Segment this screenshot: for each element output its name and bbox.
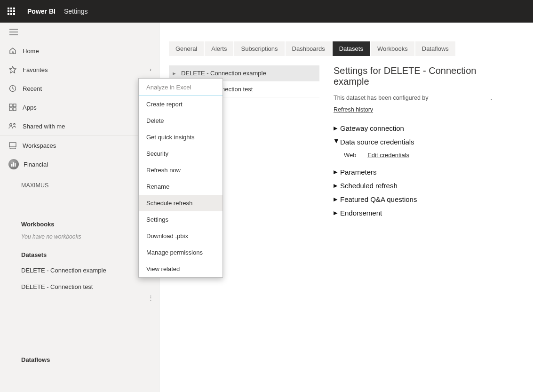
app-launcher-icon[interactable] xyxy=(6,6,17,17)
nav-list: Home Favorites › Recent Apps Shared with… xyxy=(0,41,159,136)
edit-credentials-link[interactable]: Edit credentials xyxy=(367,152,409,159)
ctx-quick-insights[interactable]: Get quick insights xyxy=(139,129,223,145)
section-dataflows: Dataflows xyxy=(21,295,159,367)
ctx-view-related[interactable]: View related xyxy=(139,261,223,277)
sidebar-item-label: Shared with me xyxy=(23,123,65,130)
tab-datasets[interactable]: Datasets xyxy=(333,41,370,56)
acc-label: Scheduled refresh xyxy=(340,182,398,190)
tab-alerts[interactable]: Alerts xyxy=(205,41,233,56)
dataset-more-column: ⋮ xyxy=(146,291,155,304)
acc-scheduled[interactable]: ▶Scheduled refresh xyxy=(334,179,514,192)
svg-rect-2 xyxy=(13,104,16,107)
sidebar-item-home[interactable]: Home xyxy=(0,41,159,60)
sidebar-dataset-item[interactable]: DELETE - Connection test xyxy=(21,279,159,295)
sidebar: Home Favorites › Recent Apps Shared with… xyxy=(0,23,159,392)
acc-credentials[interactable]: ▶Data source credentials xyxy=(334,135,514,149)
tab-general[interactable]: General xyxy=(169,41,204,56)
credentials-row: Web Edit credentials xyxy=(334,149,514,165)
star-icon xyxy=(8,65,17,74)
app-header: Power BI Settings xyxy=(0,0,533,23)
ctx-delete[interactable]: Delete xyxy=(139,112,223,129)
caret-right-icon: ▶ xyxy=(334,169,339,175)
ctx-download-pbix[interactable]: Download .pbix xyxy=(139,228,223,244)
acc-label: Parameters xyxy=(340,168,377,176)
sidebar-item-workspaces[interactable]: Workspaces xyxy=(0,136,159,155)
caret-right-icon: ▶ xyxy=(334,196,339,202)
workspace-nav: Workspaces Financial xyxy=(0,136,159,174)
chevron-right-icon: › xyxy=(150,66,151,73)
acc-label: Endorsement xyxy=(340,209,382,217)
caret-right-icon: ▶ xyxy=(334,210,339,216)
svg-rect-9 xyxy=(13,162,15,167)
ctx-rename[interactable]: Rename xyxy=(139,178,223,195)
workspace-avatar-icon xyxy=(8,159,19,169)
caret-down-icon: ▶ xyxy=(334,139,340,145)
svg-rect-7 xyxy=(9,143,16,147)
breadcrumb[interactable]: Settings xyxy=(64,8,88,15)
ctx-create-report[interactable]: Create report xyxy=(139,96,223,112)
acc-label: Data source credentials xyxy=(340,138,414,146)
settings-tabs: General Alerts Subscriptions Dashboards … xyxy=(169,41,533,56)
sidebar-item-label: Apps xyxy=(23,104,37,111)
ctx-analyze-excel[interactable]: Analyze in Excel xyxy=(139,79,223,96)
sidebar-item-shared[interactable]: Shared with me xyxy=(0,117,159,136)
ctx-settings[interactable]: Settings xyxy=(139,211,223,228)
sidebar-item-label: Home xyxy=(23,48,39,55)
ctx-manage-permissions[interactable]: Manage permissions xyxy=(139,244,223,261)
tab-dashboards[interactable]: Dashboards xyxy=(286,41,332,56)
refresh-history-link[interactable]: Refresh history xyxy=(334,106,373,113)
sidebar-item-label: Financial xyxy=(24,161,48,168)
shared-icon xyxy=(8,122,17,130)
caret-right-icon: ▶ xyxy=(334,183,339,189)
svg-rect-4 xyxy=(13,108,16,111)
more-button[interactable]: ⋮ xyxy=(146,291,155,304)
panel-subtitle: This dataset has been configured by . xyxy=(334,95,514,101)
sidebar-item-financial[interactable]: Financial xyxy=(0,155,159,174)
brand-label: Power BI xyxy=(27,8,56,15)
ctx-schedule-refresh[interactable]: Schedule refresh xyxy=(139,195,223,211)
caret-icon: ▸ xyxy=(173,70,179,77)
ctx-security[interactable]: Security xyxy=(139,145,223,162)
panel-title: Settings for DELETE - Connection example xyxy=(334,65,514,87)
sidebar-item-apps[interactable]: Apps xyxy=(0,98,159,117)
ctx-refresh-now[interactable]: Refresh now xyxy=(139,162,223,178)
clock-icon xyxy=(8,84,17,93)
nav-toggle[interactable] xyxy=(0,23,159,41)
workspaces-icon xyxy=(8,141,17,150)
apps-icon xyxy=(8,103,17,112)
dataset-context-menu: Analyze in Excel Create report Delete Ge… xyxy=(138,78,223,278)
tab-dataflows[interactable]: Dataflows xyxy=(415,41,455,56)
acc-endorsement[interactable]: ▶Endorsement xyxy=(334,206,514,220)
caret-right-icon: ▶ xyxy=(334,125,339,131)
acc-gateway[interactable]: ▶Gateway connection xyxy=(334,121,514,135)
sidebar-item-label: Favorites xyxy=(23,66,48,73)
acc-label: Featured Q&A questions xyxy=(340,195,417,203)
home-icon xyxy=(8,47,17,55)
svg-point-5 xyxy=(10,124,12,126)
credential-type: Web xyxy=(344,152,357,159)
sidebar-item-label: Recent xyxy=(23,85,42,92)
svg-rect-1 xyxy=(9,104,12,107)
acc-label: Gateway connection xyxy=(340,124,404,132)
svg-rect-10 xyxy=(15,163,16,167)
sidebar-item-favorites[interactable]: Favorites › xyxy=(0,60,159,79)
acc-parameters[interactable]: ▶Parameters xyxy=(334,165,514,179)
sidebar-item-label: Workspaces xyxy=(23,142,56,149)
svg-rect-3 xyxy=(9,108,12,111)
workspace-content: MAXIMUS Workbooks You have no workbooks … xyxy=(0,174,159,367)
settings-panel: Settings for DELETE - Connection example… xyxy=(319,65,533,220)
tab-workbooks[interactable]: Workbooks xyxy=(371,41,414,56)
dataset-name: DELETE - Connection example xyxy=(181,70,266,77)
acc-qna[interactable]: ▶Featured Q&A questions xyxy=(334,192,514,206)
svg-rect-8 xyxy=(11,164,13,167)
svg-point-6 xyxy=(14,123,15,125)
sidebar-item-recent[interactable]: Recent xyxy=(0,79,159,98)
tab-subscriptions[interactable]: Subscriptions xyxy=(234,41,284,56)
